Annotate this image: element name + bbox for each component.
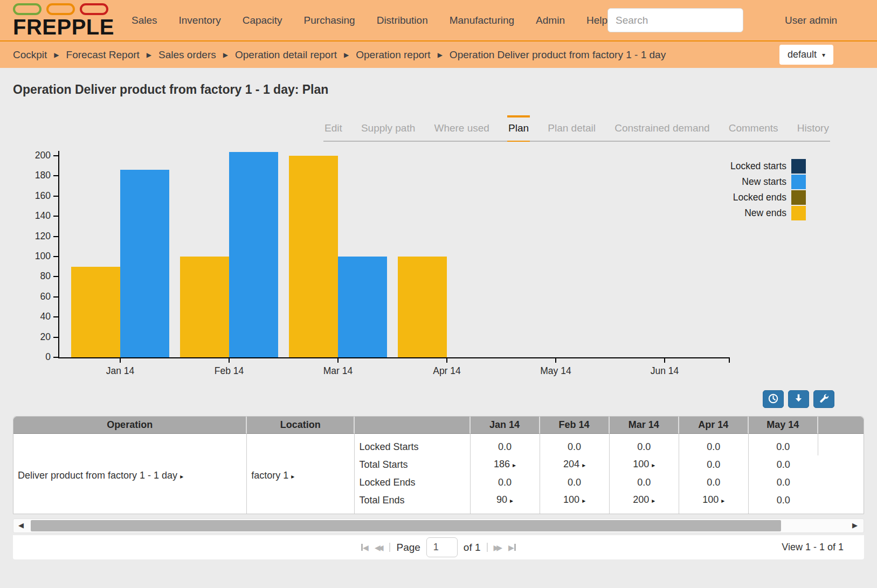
- column-header-feb-14[interactable]: Feb 14: [540, 417, 610, 434]
- y-tick-label: 0: [24, 351, 51, 363]
- logo-pills: [13, 3, 114, 15]
- nav-item-capacity[interactable]: Capacity: [243, 15, 282, 26]
- nav-item-help[interactable]: Help: [586, 15, 607, 26]
- column-header-mar-14[interactable]: Mar 14: [610, 417, 679, 434]
- y-tick-label: 200: [24, 150, 51, 161]
- y-tick-label: 80: [24, 271, 51, 282]
- bar-new-starts: [120, 170, 169, 357]
- y-tick-label: 40: [24, 311, 51, 322]
- drill-down-icon[interactable]: ▸: [652, 497, 655, 504]
- pager-prev-button[interactable]: ◀◀: [375, 544, 384, 551]
- drill-down-icon[interactable]: ▸: [582, 461, 585, 469]
- breadcrumb-current[interactable]: Operation Deliver product from factory 1…: [450, 49, 666, 61]
- metric-value-cell: 204▸: [540, 455, 610, 474]
- drill-down-icon[interactable]: ▸: [510, 497, 513, 504]
- legend-swatch: [791, 159, 806, 174]
- tab-where-used[interactable]: Where used: [433, 115, 490, 142]
- metric-value-cell: 0.0: [749, 455, 818, 474]
- drill-down-icon[interactable]: ▸: [582, 497, 585, 504]
- nav-item-manufacturing[interactable]: Manufacturing: [450, 15, 514, 26]
- page-of-label: of 1: [464, 542, 481, 554]
- breadcrumb-forecast-report[interactable]: Forecast Report: [66, 49, 140, 61]
- pager-last-button[interactable]: ▶: [508, 544, 516, 551]
- bar-new-ends: [289, 156, 338, 357]
- tab-plan[interactable]: Plan: [507, 115, 530, 142]
- pager-next-button[interactable]: ▶▶: [494, 544, 503, 551]
- pager: ◀ ◀◀ Page of 1 ▶▶ ▶: [361, 537, 516, 557]
- metric-value: 0.0: [637, 477, 651, 488]
- nav-item-inventory[interactable]: Inventory: [179, 15, 221, 26]
- metric-row: Deliver product from factory 1 - 1 day▸f…: [13, 434, 864, 455]
- tab-bar: Edit Supply path Where used Plan Plan de…: [323, 115, 830, 142]
- breadcrumb-sales-orders[interactable]: Sales orders: [158, 49, 216, 61]
- y-tick-label: 100: [24, 251, 51, 262]
- x-axis: [58, 357, 730, 358]
- pager-first-button[interactable]: ◀: [361, 544, 369, 551]
- x-tick: [555, 358, 556, 363]
- metric-value: 0.0: [568, 441, 581, 452]
- scroll-right-icon[interactable]: ▶: [852, 521, 858, 529]
- metric-label-cell: Locked Ends: [355, 474, 470, 491]
- operation-label: Deliver product from factory 1 - 1 day: [18, 470, 177, 481]
- metric-value-cell: 0.0: [610, 474, 679, 491]
- y-tick: [53, 316, 58, 317]
- tab-plan-detail[interactable]: Plan detail: [547, 115, 597, 142]
- drill-down-icon[interactable]: ▸: [652, 461, 655, 469]
- legend-label: New ends: [744, 207, 786, 219]
- column-header-may-14[interactable]: May 14: [749, 417, 818, 434]
- column-header-apr-14[interactable]: Apr 14: [679, 417, 749, 434]
- drill-down-icon[interactable]: ▸: [721, 497, 724, 504]
- tab-constrained-demand[interactable]: Constrained demand: [613, 115, 710, 142]
- view-selector-button[interactable]: default ▾: [779, 45, 833, 65]
- tab-history[interactable]: History: [796, 115, 830, 142]
- scrollbar-thumb[interactable]: [31, 520, 781, 531]
- metric-value: 0.0: [707, 459, 720, 470]
- location-label: factory 1: [251, 470, 288, 481]
- y-tick-label: 180: [24, 170, 51, 181]
- nav-item-purchasing[interactable]: Purchasing: [304, 15, 355, 26]
- page-title: Operation Deliver product from factory 1…: [13, 82, 877, 97]
- nav-item-admin[interactable]: Admin: [536, 15, 565, 26]
- column-header-jan-14[interactable]: Jan 14: [471, 417, 540, 434]
- breadcrumb-separator-icon: ▶: [223, 51, 228, 59]
- nav-item-sales[interactable]: Sales: [132, 15, 157, 26]
- column-header-blank: [355, 417, 470, 434]
- export-button[interactable]: [788, 390, 809, 408]
- breadcrumb-operation-report[interactable]: Operation report: [356, 49, 430, 61]
- metric-value-cell: 0.0: [471, 434, 540, 455]
- y-axis: [58, 151, 59, 358]
- scroll-left-icon[interactable]: ◀: [18, 521, 24, 529]
- breadcrumb-cockpit[interactable]: Cockpit: [13, 49, 47, 61]
- customize-button[interactable]: [813, 390, 834, 408]
- location-drilldown-icon[interactable]: ▸: [291, 473, 294, 480]
- pagination-bar: ◀ ◀◀ Page of 1 ▶▶ ▶ View 1 - 1 of 1: [13, 535, 864, 559]
- drill-down-icon[interactable]: ▸: [513, 461, 516, 469]
- download-arrow-icon: [793, 393, 804, 406]
- legend-swatch: [791, 175, 806, 189]
- tab-supply-path[interactable]: Supply path: [360, 115, 416, 142]
- x-tick: [446, 358, 447, 363]
- page-input[interactable]: [426, 537, 458, 557]
- search-input[interactable]: [607, 8, 743, 32]
- tab-edit[interactable]: Edit: [323, 115, 343, 142]
- y-tick-label: 60: [24, 291, 51, 302]
- breadcrumb-operation-detail-report[interactable]: Operation detail report: [235, 49, 337, 61]
- operation-drilldown-icon[interactable]: ▸: [180, 473, 183, 480]
- table-header-row: Operation Location Jan 14 Feb 14 Mar 14 …: [13, 417, 864, 434]
- legend-row: Locked ends: [730, 190, 806, 205]
- column-header-location[interactable]: Location: [247, 417, 355, 434]
- nav-item-distribution[interactable]: Distribution: [377, 15, 428, 26]
- logo-text: FREPPLE: [13, 16, 114, 38]
- frepple-logo[interactable]: FREPPLE: [13, 3, 114, 38]
- metric-value-cell: 0.0: [471, 474, 540, 491]
- tab-comments[interactable]: Comments: [728, 115, 779, 142]
- metric-value: 200: [633, 494, 649, 505]
- metric-value-cell: 90▸: [471, 491, 540, 514]
- x-tick: [337, 358, 339, 363]
- view-selector-label: default: [788, 49, 817, 60]
- user-menu[interactable]: User admin: [785, 15, 837, 26]
- metric-value: 0.0: [707, 477, 720, 488]
- column-header-operation[interactable]: Operation: [13, 417, 247, 434]
- time-buckets-button[interactable]: [763, 390, 784, 408]
- metric-label-cell: Total Ends: [355, 491, 470, 514]
